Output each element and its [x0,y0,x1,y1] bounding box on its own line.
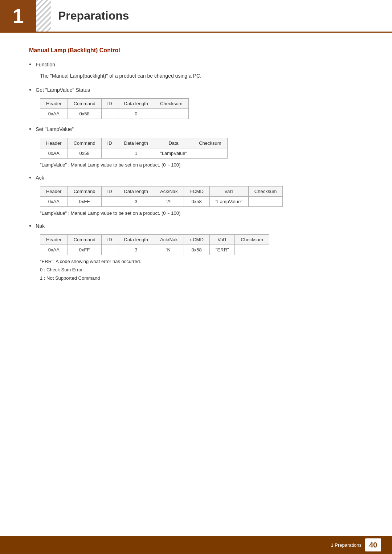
table-nak: Header Command ID Data length Ack/Nak r-… [40,234,269,255]
th-header-4: Header [40,234,68,245]
td-rcmd-4: 0x58 [184,245,209,255]
td-datalength-2: 1 [118,148,154,158]
header-stripe-decoration [36,0,51,32]
th-checksum-4: Checksum [235,234,269,245]
td-checksum-4 [235,245,269,255]
td-checksum-3 [248,196,282,206]
table-set-wrapper: Header Command ID Data length Data Check… [40,138,363,159]
td-rcmd-3: 0x58 [184,196,209,206]
th-rcmd-3: r-CMD [184,186,209,196]
note-nak-2: 0 : Check Sum Error [40,267,363,272]
table-ack: Header Command ID Data length Ack/Nak r-… [40,186,283,207]
td-header-2: 0xAA [40,148,68,158]
bullet-label-function: Function [36,61,55,69]
bullet-dot-2: • [29,86,31,95]
th-checksum-3: Checksum [248,186,282,196]
th-header-2: Header [40,138,68,148]
note-ack: "LampValue" : Manual Lamp value to be se… [40,210,363,216]
td-val1-3: "LampValue" [209,196,248,206]
table-row: 0xAA 0x58 0 [40,109,189,119]
bullet-dot-3: • [29,125,31,134]
td-command-2: 0x58 [68,148,101,158]
bullet-get: • Get "LampValue" Status Header Command … [29,86,363,119]
page-header: 1 Preparations [0,0,392,33]
note-nak-1: "ERR": A code showing what error has occ… [40,259,363,264]
table-get: Header Command ID Data length Checksum 0… [40,98,189,119]
th-command-2: Command [68,138,101,148]
th-header-1: Header [40,99,68,109]
th-datalength-2: Data length [118,138,154,148]
table-set: Header Command ID Data length Data Check… [40,138,228,159]
bullet-label-get: Get "LampValue" Status [36,86,90,94]
bullet-label-ack: Ack [36,174,44,182]
th-val1-3: Val1 [209,186,248,196]
table-row: 0xAA 0xFF 3 'A' 0x58 "LampValue" [40,196,283,206]
th-acknak-3: Ack/Nak [154,186,184,196]
td-data-2: "LampValue" [154,148,193,158]
bullet-ack: • Ack Header Command ID Data length Ack/… [29,174,363,216]
chapter-number: 1 [0,0,36,32]
th-id-4: ID [101,234,118,245]
bullet-set: • Set "LampValue" Header Command ID Data… [29,126,363,167]
main-content: Manual Lamp (Backlight) Control • Functi… [0,33,392,316]
chapter-title: Preparations [51,0,129,32]
th-id-1: ID [101,99,118,109]
table-row: 0xAA 0x58 1 "LampValue" [40,148,228,158]
td-datalength-1: 0 [118,109,154,119]
th-datalength-4: Data length [118,234,154,245]
table-row: 0xAA 0xFF 3 'N' 0x58 "ERR" [40,245,269,255]
td-header-3: 0xAA [40,196,68,206]
td-acknak-3: 'A' [154,196,184,206]
th-acknak-4: Ack/Nak [154,234,184,245]
td-datalength-3: 3 [118,196,154,206]
page-footer: 1 Preparations 40 [0,536,392,554]
bullet-label-nak: Nak [36,222,45,230]
footer-label: 1 Preparations [331,542,362,548]
bullet-dot-4: • [29,173,31,182]
function-description: The "Manual Lamp(backlight)" of a produc… [40,72,363,80]
td-id-3 [101,196,118,206]
th-command-3: Command [68,186,101,196]
td-command-3: 0xFF [68,196,101,206]
td-acknak-4: 'N' [154,245,184,255]
th-command-4: Command [68,234,101,245]
td-id-1 [101,109,118,119]
th-header-3: Header [40,186,68,196]
td-datalength-4: 3 [118,245,154,255]
bullet-dot-1: • [29,60,31,69]
td-val1-4: "ERR" [209,245,235,255]
td-command-1: 0x58 [68,109,101,119]
th-id-3: ID [101,186,118,196]
th-data-2: Data [154,138,193,148]
th-datalength-1: Data length [118,99,154,109]
td-header-4: 0xAA [40,245,68,255]
bullet-nak: • Nak Header Command ID Data length Ack/… [29,222,363,281]
section-title: Manual Lamp (Backlight) Control [29,47,363,54]
note-set: "LampValue" : Manual Lamp value to be se… [40,162,363,168]
th-id-2: ID [101,138,118,148]
th-command-1: Command [68,99,101,109]
note-nak-3: 1 : Not Supported Command [40,275,363,281]
th-rcmd-4: r-CMD [184,234,209,245]
td-command-4: 0xFF [68,245,101,255]
th-checksum-2: Checksum [193,138,227,148]
td-checksum-1 [154,109,188,119]
th-val1-4: Val1 [209,234,235,245]
bullet-function: • Function The "Manual Lamp(backlight)" … [29,61,363,80]
td-header-1: 0xAA [40,109,68,119]
bullet-label-set: Set "LampValue" [36,126,74,133]
table-ack-wrapper: Header Command ID Data length Ack/Nak r-… [40,186,363,207]
table-get-wrapper: Header Command ID Data length Checksum 0… [40,98,363,119]
footer-page-number: 40 [365,538,381,551]
th-checksum-1: Checksum [154,99,188,109]
td-id-4 [101,245,118,255]
td-checksum-2 [193,148,227,158]
bullet-dot-5: • [29,222,31,231]
table-nak-wrapper: Header Command ID Data length Ack/Nak r-… [40,234,363,255]
th-datalength-3: Data length [118,186,154,196]
td-id-2 [101,148,118,158]
